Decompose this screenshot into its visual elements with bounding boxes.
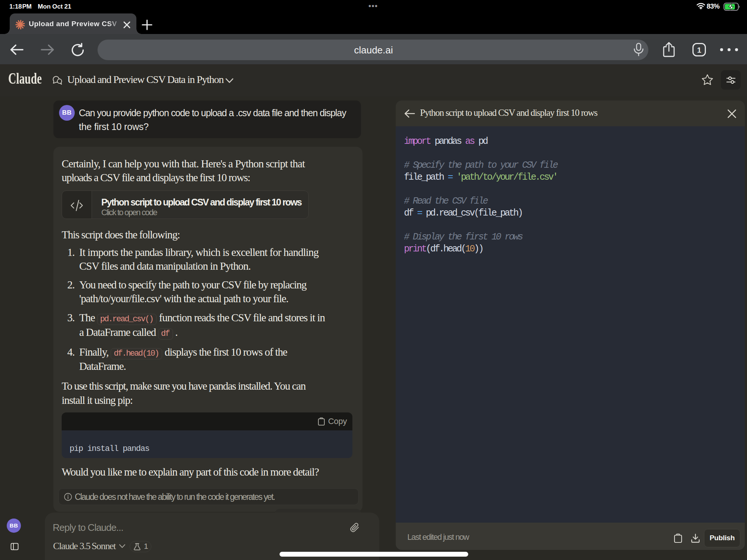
svg-text:1: 1 <box>697 46 701 54</box>
